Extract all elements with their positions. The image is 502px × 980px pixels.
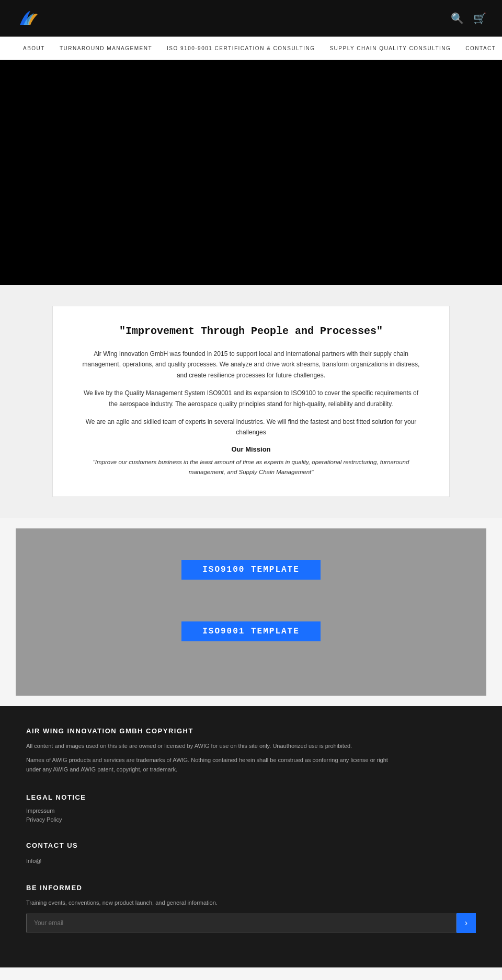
footer-subscribe-button[interactable]: ›	[457, 913, 476, 933]
nav-item-about[interactable]: ABOUT	[16, 45, 52, 51]
search-icon[interactable]: 🔍	[451, 12, 464, 25]
nav-item-contact[interactable]: CONTACT	[458, 45, 502, 51]
about-mission-title: Our Mission	[79, 445, 423, 453]
cart-icon[interactable]: 🛒	[473, 12, 486, 25]
about-para3: We are an agile and skilled team of expe…	[79, 417, 423, 438]
about-para1: Air Wing Innovation GmbH was founded in …	[79, 349, 423, 381]
footer-copyright-text1: All content and images used on this site…	[26, 741, 392, 751]
nav-item-turnaround[interactable]: TURNAROUND MANAGEMENT	[52, 45, 159, 51]
footer: AIR WING INNOVATION GMBH COPYRIGHT All c…	[0, 706, 502, 967]
footer-privacy-link[interactable]: Privacy Policy	[26, 816, 476, 823]
iso9100-template-button[interactable]: ISO9100 TEMPLATE	[181, 560, 321, 580]
footer-impressum-link[interactable]: Impressum	[26, 808, 476, 814]
footer-email-input[interactable]	[26, 914, 457, 932]
footer-informed-section: BE INFORMED Training events, conventions…	[26, 884, 476, 933]
nav-item-supply[interactable]: SUPPLY CHAIN QUALITY CONSULTING	[322, 45, 458, 51]
footer-informed-text: Training events, conventions, new produc…	[26, 898, 392, 908]
footer-contact-heading: CONTACT US	[26, 841, 476, 849]
logo-icon	[16, 7, 39, 30]
footer-legal-heading: LEGAL NOTICE	[26, 793, 476, 801]
iso9001-template-button[interactable]: ISO9001 TEMPLATE	[181, 621, 321, 641]
about-title: "Improvement Through People and Processe…	[79, 325, 423, 337]
footer-copyright-text2: Names of AWIG products and services are …	[26, 755, 392, 775]
footer-legal-section: LEGAL NOTICE Impressum Privacy Policy	[26, 793, 476, 823]
about-card: "Improvement Through People and Processe…	[52, 306, 450, 497]
main-nav: ABOUT TURNAROUND MANAGEMENT ISO 9100-900…	[0, 37, 502, 60]
templates-section: ISO9100 TEMPLATE ISO9001 TEMPLATE	[16, 528, 486, 696]
footer-contact-section: CONTACT US Info@	[26, 841, 476, 865]
about-para2: We live by the Quality Management System…	[79, 388, 423, 409]
footer-copyright-heading: AIR WING INNOVATION GMBH COPYRIGHT	[26, 727, 476, 735]
header-icons: 🔍 🛒	[451, 12, 486, 25]
footer-copyright-section: AIR WING INNOVATION GMBH COPYRIGHT All c…	[26, 727, 476, 775]
header: 🔍 🛒	[0, 0, 502, 37]
footer-contact-email: Info@	[26, 858, 42, 864]
about-section: "Improvement Through People and Processe…	[0, 285, 502, 518]
footer-informed-heading: BE INFORMED	[26, 884, 476, 892]
footer-email-row: ›	[26, 913, 476, 933]
hero-image	[0, 60, 502, 285]
about-mission-quote: "Improve our customers business in the l…	[79, 457, 423, 478]
logo[interactable]	[16, 7, 39, 30]
nav-item-iso[interactable]: ISO 9100-9001 CERTIFICATION & CONSULTING	[159, 45, 322, 51]
